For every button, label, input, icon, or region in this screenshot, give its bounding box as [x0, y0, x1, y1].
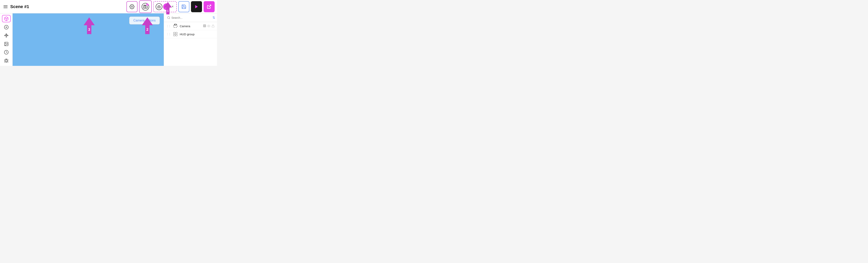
svg-point-27	[167, 17, 169, 19]
camera-item-label: Camera	[180, 25, 190, 28]
hud-cell-1	[174, 32, 175, 34]
nodes-icon	[4, 33, 9, 38]
arrow-number-2: 2	[146, 28, 148, 32]
svg-point-25	[5, 43, 6, 43]
arrow-number-1: 1	[167, 9, 169, 12]
right-panel: 1 ⇅ ⋮⋮ Camera	[164, 13, 217, 66]
svg-point-8	[159, 6, 160, 7]
hud-cell-2	[176, 32, 177, 34]
drag-handle-hud: ⋮⋮	[166, 33, 170, 35]
hud-item-label: HUD group	[180, 33, 194, 36]
settings-button[interactable]	[126, 1, 137, 12]
left-sidebar	[0, 13, 12, 66]
arrow-annotation-1: 1	[164, 2, 172, 14]
panel-item-camera[interactable]: ⋮⋮ Camera	[164, 22, 217, 30]
svg-point-18	[6, 36, 7, 37]
arrow-annotation-2: 2	[142, 18, 153, 34]
svg-point-16	[4, 35, 5, 36]
arrow-body-1: 1	[166, 7, 169, 14]
svg-line-22	[5, 34, 6, 35]
svg-marker-10	[195, 5, 198, 8]
save-icon	[181, 4, 186, 9]
search-icon	[167, 16, 170, 19]
export-icon	[207, 4, 212, 9]
camera-sub-icon	[156, 3, 162, 10]
save-button[interactable]	[178, 1, 189, 12]
arrow-body-2: 2	[145, 25, 150, 34]
svg-point-17	[6, 34, 7, 34]
canvas-area[interactable]: Camera options 3 2	[12, 13, 164, 66]
svg-point-3	[145, 6, 146, 8]
play-icon	[194, 4, 199, 9]
arrow-head-1	[164, 2, 172, 7]
sidebar-item-nodes[interactable]	[2, 32, 11, 39]
svg-point-19	[7, 35, 8, 36]
svg-line-23	[7, 34, 7, 35]
camera-lock-icon	[212, 25, 215, 28]
arrow-number-3: 3	[88, 28, 90, 32]
sidebar-item-clock[interactable]	[2, 49, 11, 56]
header: Scene #1 ▶	[0, 0, 217, 13]
arrow-body-3: 3	[87, 25, 91, 34]
search-input[interactable]	[172, 16, 211, 19]
camera-icon: ▶	[142, 3, 149, 11]
svg-point-29	[208, 26, 209, 26]
camera-main-button[interactable]: ▶	[139, 0, 152, 13]
svg-line-28	[169, 18, 170, 19]
sidebar-item-cube[interactable]	[2, 15, 11, 22]
image-icon	[4, 42, 9, 46]
svg-text:▶: ▶	[147, 4, 148, 6]
camera-visibility-icon	[207, 25, 210, 28]
panel-items-list: ⋮⋮ Camera	[164, 22, 217, 66]
camera-dashed-icon	[174, 25, 177, 28]
panel-item-hud-group[interactable]: ⋮⋮ HUD group	[164, 30, 217, 38]
add-icon	[4, 25, 9, 30]
hud-grid-icon	[174, 32, 177, 36]
clock-icon	[4, 50, 9, 55]
search-bar: 1 ⇅	[164, 13, 217, 22]
camera-color-swatch	[203, 25, 206, 27]
hamburger-menu[interactable]	[2, 4, 9, 9]
arrow-annotation-3: 3	[84, 18, 95, 34]
sidebar-item-debug[interactable]	[2, 57, 11, 64]
hud-item-icon	[173, 32, 178, 36]
drag-handle-camera: ⋮⋮	[166, 25, 170, 27]
arrow-head-2	[142, 18, 153, 25]
export-button[interactable]	[204, 1, 215, 12]
scene-title: Scene #1	[10, 4, 29, 9]
camera-item-icon	[173, 24, 178, 28]
svg-point-0	[131, 6, 133, 7]
arrow-head-3	[84, 18, 95, 25]
bug-icon	[4, 58, 9, 63]
hud-cell-4	[176, 34, 177, 36]
hud-cell-3	[174, 34, 175, 36]
cube-icon	[4, 17, 9, 21]
gear-icon	[129, 4, 134, 9]
svg-rect-7	[158, 6, 161, 8]
svg-line-11	[209, 5, 211, 7]
sort-icon[interactable]: ⇅	[213, 16, 215, 20]
main-area: Camera options 3 2 1	[0, 13, 217, 66]
sidebar-item-image[interactable]	[2, 40, 11, 47]
play-button[interactable]	[191, 1, 202, 12]
svg-rect-30	[212, 26, 214, 27]
sidebar-item-add[interactable]	[2, 24, 11, 31]
